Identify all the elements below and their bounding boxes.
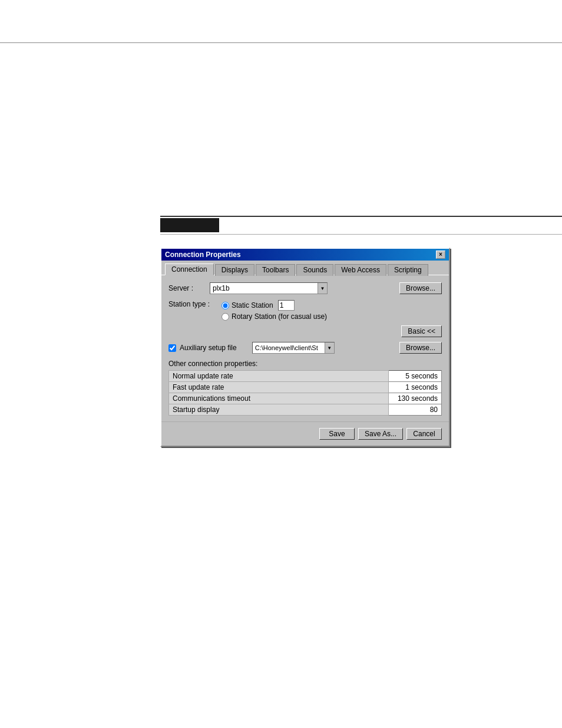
- tab-sounds[interactable]: Sounds: [296, 264, 333, 276]
- prop-row-comms-timeout: Communications timeout 130 seconds: [169, 393, 442, 404]
- static-station-label: Static Station: [232, 301, 273, 309]
- bar-line-bottom: [160, 234, 562, 235]
- cancel-button[interactable]: Cancel: [406, 428, 442, 440]
- dialog-body: Server : ▼ Browse... Station type : Stat…: [161, 275, 449, 421]
- save-button[interactable]: Save: [319, 428, 355, 440]
- prop-name-startup-display: Startup display: [169, 404, 389, 416]
- rotary-station-radio[interactable]: [222, 313, 229, 321]
- dialog-title: Connection Properties: [165, 251, 241, 259]
- tab-toolbars[interactable]: Toolbars: [256, 264, 295, 276]
- prop-row-fast-update: Fast update rate 1 seconds: [169, 382, 442, 393]
- server-input[interactable]: [210, 284, 318, 292]
- rotary-station-row: Rotary Station (for casual use): [222, 312, 327, 321]
- connection-properties-dialog: Connection Properties × Connection Displ…: [160, 248, 450, 447]
- static-station-radio[interactable]: [222, 302, 229, 309]
- prop-row-startup-display: Startup display 80: [169, 404, 442, 416]
- prop-value-comms-timeout[interactable]: 130 seconds: [389, 393, 442, 404]
- auxiliary-row: Auxiliary setup file ▼ Browse...: [168, 342, 442, 354]
- prop-value-startup-display[interactable]: 80: [389, 404, 442, 416]
- rotary-station-label: Rotary Station (for casual use): [232, 312, 327, 321]
- black-header-bar: [160, 218, 219, 232]
- properties-table: Normal update rate 5 seconds Fast update…: [168, 370, 442, 416]
- other-props-label: Other connection properties:: [168, 360, 442, 368]
- aux-combo[interactable]: ▼: [252, 342, 335, 354]
- radio-group: Static Station Rotary Station (for casua…: [222, 300, 327, 321]
- close-button[interactable]: ×: [436, 251, 445, 259]
- aux-path-input[interactable]: [253, 344, 325, 351]
- aux-checkbox[interactable]: [168, 344, 176, 352]
- tab-web-access[interactable]: Web Access: [335, 264, 386, 276]
- prop-row-normal-update: Normal update rate 5 seconds: [169, 371, 442, 382]
- tab-connection[interactable]: Connection: [165, 263, 214, 275]
- tab-bar: Connection Displays Toolbars Sounds Web …: [161, 261, 449, 275]
- aux-browse-button[interactable]: Browse...: [399, 342, 442, 354]
- station-type-label: Station type :: [168, 300, 222, 308]
- prop-value-fast-update[interactable]: 1 seconds: [389, 382, 442, 393]
- prop-name-fast-update: Fast update rate: [169, 382, 389, 393]
- prop-value-normal-update[interactable]: 5 seconds: [389, 371, 442, 382]
- server-combo[interactable]: ▼: [210, 282, 328, 294]
- static-station-row: Static Station: [222, 300, 327, 311]
- aux-label: Auxiliary setup file: [180, 344, 237, 352]
- station-number-input[interactable]: [278, 300, 295, 311]
- server-browse-button[interactable]: Browse...: [399, 282, 442, 294]
- tab-scripting[interactable]: Scripting: [388, 264, 428, 276]
- basic-button-row: Basic <<: [168, 325, 442, 337]
- server-row: Server : ▼ Browse...: [168, 282, 442, 294]
- prop-name-comms-timeout: Communications timeout: [169, 393, 389, 404]
- dialog-footer: Save Save As... Cancel: [161, 421, 449, 446]
- basic-button[interactable]: Basic <<: [401, 325, 442, 337]
- prop-name-normal-update: Normal update rate: [169, 371, 389, 382]
- bar-line-top: [160, 216, 562, 217]
- top-divider: [0, 42, 562, 43]
- dialog-titlebar: Connection Properties ×: [161, 249, 449, 261]
- server-label: Server :: [168, 284, 210, 292]
- save-as-button[interactable]: Save As...: [358, 428, 403, 440]
- station-type-section: Station type : Static Station Rotary Sta…: [168, 300, 442, 321]
- tab-displays[interactable]: Displays: [215, 264, 254, 276]
- server-dropdown-arrow[interactable]: ▼: [318, 283, 327, 294]
- aux-dropdown-arrow[interactable]: ▼: [325, 342, 334, 353]
